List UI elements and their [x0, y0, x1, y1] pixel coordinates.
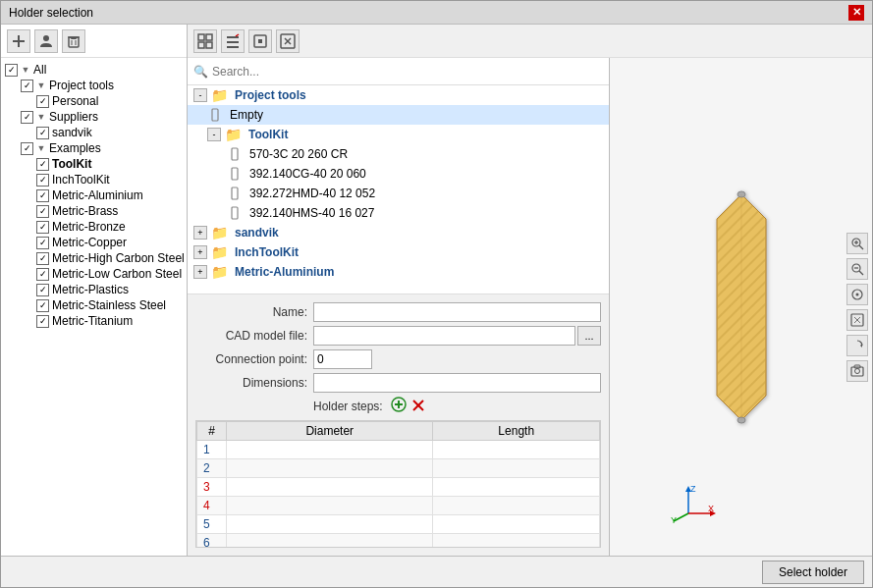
tree-item-all[interactable]: ▼ All: [5, 62, 183, 78]
camera-button[interactable]: [846, 360, 868, 382]
rt-btn-3[interactable]: [248, 29, 272, 53]
ct-label-toolkit: ToolKit: [248, 128, 288, 141]
checkbox-all[interactable]: [5, 64, 18, 77]
add-button[interactable]: [7, 29, 30, 53]
name-label: Name:: [195, 305, 313, 319]
center-tree: - 📁 Project tools Empty - 📁: [188, 85, 609, 294]
ct-item-inchtoolkit[interactable]: + 📁 InchToolKit: [188, 242, 609, 262]
tree-item-metric-titanium[interactable]: Metric-Titanium: [36, 313, 183, 329]
tree-item-metric-plastics[interactable]: Metric-Plastics: [36, 282, 183, 297]
zoom-in-button[interactable]: [846, 233, 868, 254]
search-input[interactable]: [212, 65, 603, 79]
ct-label-metric-aluminium: Metric-Aluminium: [235, 265, 334, 279]
form-row-cad: CAD model file: ...: [195, 326, 601, 346]
tree-item-suppliers[interactable]: ▼ Suppliers: [21, 109, 183, 125]
checkbox-personal[interactable]: [36, 95, 49, 108]
folder-icon-metric-aluminium: 📁: [211, 264, 228, 280]
expand-suppliers[interactable]: ▼: [36, 112, 46, 122]
tree-item-personal[interactable]: Personal: [36, 93, 183, 109]
ct-item-project-tools[interactable]: - 📁 Project tools: [188, 85, 609, 105]
close-button[interactable]: ✕: [848, 5, 864, 21]
ct-expand-metric-aluminium[interactable]: +: [193, 265, 207, 279]
ct-item-570[interactable]: 570-3C 20 260 CR: [188, 144, 609, 164]
tree-item-examples[interactable]: ▼ Examples: [21, 140, 183, 156]
expand-examples[interactable]: ▼: [36, 143, 46, 153]
reset-view-button[interactable]: [846, 284, 868, 305]
rt-btn-4[interactable]: [276, 29, 300, 53]
checkbox-metric-titanium[interactable]: [36, 315, 49, 328]
expand-all[interactable]: ▼: [21, 65, 30, 75]
checkbox-metric-plastics[interactable]: [36, 284, 49, 296]
col-diameter: Diameter: [227, 422, 433, 441]
folder-icon-sandvik: 📁: [211, 225, 228, 241]
svg-line-13: [236, 34, 239, 36]
tree-item-toolkit[interactable]: ToolKit: [36, 156, 183, 172]
search-bar: 🔍: [188, 58, 609, 85]
delete-button[interactable]: [62, 29, 85, 53]
checkbox-metric-copper[interactable]: [36, 237, 49, 249]
browse-button[interactable]: ...: [577, 326, 601, 346]
fit-view-button[interactable]: [846, 309, 868, 331]
ct-item-392-140hms[interactable]: 392.140HMS-40 16 027: [188, 203, 609, 223]
tree-item-metric-high-carbon[interactable]: Metric-High Carbon Steel: [36, 250, 183, 266]
ct-expand-inchtoolkit[interactable]: +: [193, 245, 207, 259]
add-step-button[interactable]: [391, 397, 407, 416]
svg-line-42: [859, 271, 863, 275]
rt-btn-1[interactable]: [193, 29, 217, 53]
table-row: 6: [197, 534, 600, 549]
tree-item-metric-copper[interactable]: Metric-Copper: [36, 235, 183, 250]
connection-input[interactable]: [313, 349, 372, 369]
checkbox-toolkit[interactable]: [36, 158, 49, 171]
tree-item-metric-brass[interactable]: Metric-Brass: [36, 203, 183, 219]
ct-label-inchtoolkit: InchToolKit: [235, 245, 299, 259]
examples-label: Examples: [49, 141, 101, 155]
right-toolbar: [188, 25, 872, 58]
delete-step-button[interactable]: [410, 398, 426, 416]
checkbox-metric-stainless[interactable]: [36, 299, 49, 312]
svg-rect-24: [232, 187, 238, 199]
zoom-out-button[interactable]: [846, 258, 868, 280]
tree-item-metric-bronze[interactable]: Metric-Bronze: [36, 219, 183, 235]
tree-item-sandvik[interactable]: sandvik: [36, 125, 183, 140]
checkbox-suppliers[interactable]: [21, 111, 33, 124]
tree-item-metric-stainless[interactable]: Metric-Stainless Steel: [36, 297, 183, 313]
rotate-button[interactable]: [846, 335, 868, 356]
search-icon: 🔍: [193, 65, 208, 79]
ct-item-sandvik[interactable]: + 📁 sandvik: [188, 223, 609, 242]
checkbox-metric-brass[interactable]: [36, 205, 49, 218]
checkbox-metric-low-carbon[interactable]: [36, 268, 49, 281]
tree-item-metric-low-carbon[interactable]: Metric-Low Carbon Steel: [36, 266, 183, 282]
col-num: #: [197, 422, 227, 441]
checkbox-metric-aluminium[interactable]: [36, 189, 49, 202]
name-input[interactable]: [313, 302, 601, 322]
metric-stainless-label: Metric-Stainless Steel: [52, 298, 166, 312]
ct-item-toolkit[interactable]: - 📁 ToolKit: [188, 125, 609, 144]
ct-item-392-272[interactable]: 392.272HMD-40 12 052: [188, 184, 609, 203]
ct-item-empty[interactable]: Empty: [188, 105, 609, 125]
checkbox-project-tools[interactable]: [21, 80, 33, 92]
ct-item-metric-aluminium[interactable]: + 📁 Metric-Aluminium: [188, 262, 609, 282]
person-button[interactable]: [34, 29, 58, 53]
rt-btn-2[interactable]: [221, 29, 245, 53]
col-length: Length: [433, 422, 600, 441]
dimensions-input[interactable]: [313, 373, 601, 393]
checkbox-metric-high-carbon[interactable]: [36, 252, 49, 265]
suppliers-label: Suppliers: [49, 110, 98, 124]
svg-rect-25: [232, 207, 238, 219]
expand-project-tools[interactable]: ▼: [36, 80, 46, 90]
ct-label-empty: Empty: [230, 108, 263, 122]
checkbox-metric-bronze[interactable]: [36, 221, 49, 234]
ct-item-392-140cg[interactable]: 392.140CG-40 20 060: [188, 164, 609, 184]
tree-item-inchtoolkit[interactable]: InchToolKit: [36, 172, 183, 187]
checkbox-sandvik[interactable]: [36, 127, 49, 139]
tree-item-project-tools[interactable]: ▼ Project tools: [21, 78, 183, 93]
tree-item-metric-aluminium[interactable]: Metric-Aluminium: [36, 187, 183, 203]
ct-expand-sandvik[interactable]: +: [193, 226, 207, 240]
cad-input[interactable]: [313, 326, 575, 346]
select-holder-button[interactable]: Select holder: [762, 561, 864, 584]
holder-icon-392-140cg: [227, 166, 243, 182]
ct-expand-project-tools[interactable]: -: [193, 88, 207, 102]
ct-expand-toolkit[interactable]: -: [207, 128, 221, 141]
checkbox-inchtoolkit[interactable]: [36, 174, 49, 187]
checkbox-examples[interactable]: [21, 142, 33, 155]
